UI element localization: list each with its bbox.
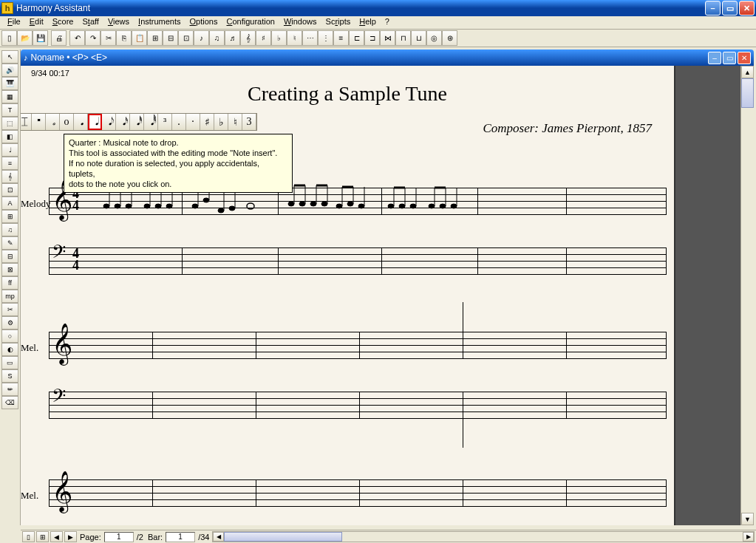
menu-views[interactable]: Views bbox=[103, 16, 134, 29]
h-scroll-thumb[interactable] bbox=[224, 532, 342, 542]
close-button[interactable]: ✕ bbox=[739, 1, 755, 16]
tb-11[interactable]: ♬ bbox=[225, 30, 240, 46]
note-duration-12[interactable]: · bbox=[186, 114, 200, 130]
scroll-up-button[interactable]: ▲ bbox=[741, 66, 754, 78]
left-tool-3[interactable]: ▦ bbox=[1, 90, 18, 103]
left-tool-2[interactable]: 🎹 bbox=[1, 77, 18, 90]
left-tool-1[interactable]: 🔊 bbox=[1, 64, 18, 77]
scroll-left-button[interactable]: ◀ bbox=[213, 532, 224, 542]
note-duration-8[interactable]: 𝅘𝅥𝅰 bbox=[130, 114, 144, 130]
menu-instruments[interactable]: Instruments bbox=[134, 16, 185, 29]
score-page[interactable]: 9/34 00:17 Creating a Sample Tune Compos… bbox=[21, 66, 674, 525]
doc-minimize-button[interactable]: – bbox=[708, 52, 721, 64]
left-tool-4[interactable]: T bbox=[1, 103, 18, 117]
left-tool-22[interactable]: ◐ bbox=[1, 343, 18, 356]
maximize-button[interactable]: ▭ bbox=[722, 1, 738, 16]
bar-input[interactable] bbox=[166, 532, 195, 542]
left-tool-23[interactable]: ▭ bbox=[1, 356, 18, 369]
tb-10[interactable]: ♫ bbox=[209, 30, 225, 46]
left-tool-9[interactable]: 𝄞 bbox=[1, 170, 18, 183]
tb-19[interactable]: ⊏ bbox=[349, 30, 364, 46]
left-tool-6[interactable]: ◧ bbox=[1, 130, 18, 143]
tb-14[interactable]: ♭ bbox=[271, 30, 287, 46]
open-button[interactable]: 📂 bbox=[17, 30, 33, 46]
vertical-scrollbar[interactable]: ▲ ▼ bbox=[740, 66, 754, 525]
note-duration-10[interactable]: ³ bbox=[158, 114, 172, 130]
tb-7[interactable]: ⊟ bbox=[163, 30, 178, 46]
doc-close-button[interactable]: ✕ bbox=[738, 52, 751, 64]
menu-configuration[interactable]: Configuration bbox=[222, 16, 279, 29]
save-button[interactable]: 💾 bbox=[33, 30, 48, 46]
left-tool-10[interactable]: ⊡ bbox=[1, 183, 18, 197]
scroll-track[interactable] bbox=[741, 108, 754, 513]
tb-8[interactable]: ⊡ bbox=[178, 30, 194, 46]
scroll-right-button[interactable]: ▶ bbox=[743, 532, 754, 542]
note-duration-5[interactable]: 𝅘𝅥 bbox=[88, 114, 102, 130]
redo-button[interactable]: ↷ bbox=[85, 30, 101, 46]
staff-system-2[interactable]: Mel. 𝄞 𝄢 bbox=[49, 332, 667, 418]
scroll-thumb[interactable] bbox=[741, 78, 754, 108]
note-duration-9[interactable]: 𝅘𝅥𝅱 bbox=[144, 114, 158, 130]
menu-scripts[interactable]: Scripts bbox=[321, 16, 355, 29]
left-tool-21[interactable]: ○ bbox=[1, 329, 18, 343]
sb-prev-page[interactable]: ◀ bbox=[50, 531, 63, 542]
doc-maximize-button[interactable]: ▭ bbox=[723, 52, 736, 64]
menu-help[interactable]: Help bbox=[355, 16, 381, 29]
menu-file[interactable]: File bbox=[3, 16, 25, 29]
menu-question[interactable]: ? bbox=[381, 16, 394, 29]
treble-staff-2[interactable]: 𝄞 bbox=[49, 332, 667, 358]
note-duration-16[interactable]: 3 bbox=[242, 114, 256, 130]
tb-18[interactable]: ≡ bbox=[333, 30, 349, 46]
note-duration-7[interactable]: 𝅘𝅥𝅯 bbox=[116, 114, 130, 130]
tb-cut[interactable]: ✂ bbox=[101, 30, 116, 46]
sb-btn-2[interactable]: ⊞ bbox=[36, 531, 49, 542]
page-input[interactable] bbox=[104, 532, 134, 542]
left-tool-8[interactable]: ≡ bbox=[1, 157, 18, 170]
menu-options[interactable]: Options bbox=[185, 16, 222, 29]
left-tool-25[interactable]: ✏ bbox=[1, 383, 18, 396]
left-tool-13[interactable]: ♫ bbox=[1, 223, 18, 236]
note-duration-0[interactable]: ⌶ bbox=[21, 114, 32, 130]
left-tool-14[interactable]: ✎ bbox=[1, 236, 18, 250]
left-tool-15[interactable]: ⊟ bbox=[1, 250, 18, 263]
bass-staff-1[interactable]: 𝄢 44 bbox=[49, 247, 667, 274]
minimize-button[interactable]: – bbox=[705, 1, 721, 16]
undo-button[interactable]: ↶ bbox=[69, 30, 85, 46]
bass-staff-2[interactable]: 𝄢 bbox=[49, 392, 667, 418]
note-duration-13[interactable]: ♯ bbox=[200, 114, 214, 130]
tb-15[interactable]: ♮ bbox=[287, 30, 302, 46]
tb-paste[interactable]: 📋 bbox=[132, 30, 147, 46]
tb-25[interactable]: ⊛ bbox=[442, 30, 457, 46]
left-tool-18[interactable]: mp bbox=[1, 290, 18, 303]
note-duration-3[interactable]: o bbox=[60, 114, 74, 130]
horizontal-scrollbar[interactable]: ◀ ▶ bbox=[212, 531, 755, 542]
tb-16[interactable]: ⋯ bbox=[302, 30, 318, 46]
left-tool-7[interactable]: ♩ bbox=[1, 143, 18, 157]
note-duration-11[interactable]: . bbox=[172, 114, 186, 130]
tb-23[interactable]: ⊔ bbox=[411, 30, 426, 46]
sb-btn-1[interactable]: ▯ bbox=[22, 531, 35, 542]
note-duration-1[interactable]: 𝄺 bbox=[32, 114, 46, 130]
staff-system-1[interactable]: Melody 𝄞 44 bbox=[49, 188, 667, 274]
tb-24[interactable]: ◎ bbox=[426, 30, 442, 46]
staff-system-3[interactable]: Mel. 𝄞 bbox=[49, 479, 667, 506]
tb-21[interactable]: ⋈ bbox=[380, 30, 395, 46]
left-tool-19[interactable]: ✂ bbox=[1, 303, 18, 316]
note-duration-6[interactable]: 𝅘𝅥𝅮 bbox=[102, 114, 116, 130]
left-tool-11[interactable]: A bbox=[1, 197, 18, 210]
tb-copy[interactable]: ⎘ bbox=[116, 30, 132, 46]
left-tool-26[interactable]: ⌫ bbox=[1, 396, 18, 409]
print-button[interactable]: 🖨 bbox=[51, 30, 67, 46]
tb-9[interactable]: ♪ bbox=[194, 30, 209, 46]
note-duration-15[interactable]: ♮ bbox=[228, 114, 242, 130]
note-duration-14[interactable]: ♭ bbox=[214, 114, 228, 130]
menu-staff[interactable]: Staff bbox=[78, 16, 103, 29]
left-tool-17[interactable]: ff bbox=[1, 276, 18, 290]
treble-staff-3[interactable]: 𝄞 bbox=[49, 479, 667, 506]
sb-next-page[interactable]: ▶ bbox=[64, 531, 77, 542]
tb-13[interactable]: ♯ bbox=[256, 30, 271, 46]
note-duration-2[interactable]: 𝅗 bbox=[46, 114, 60, 130]
tb-12[interactable]: 𝄞 bbox=[240, 30, 256, 46]
menu-windows[interactable]: Windows bbox=[279, 16, 321, 29]
tb-22[interactable]: ⊓ bbox=[395, 30, 411, 46]
